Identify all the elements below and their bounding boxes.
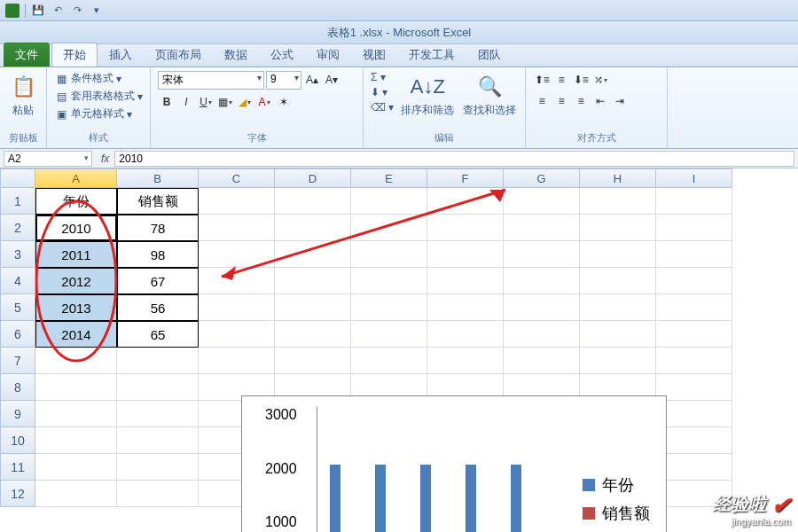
col-header-G[interactable]: G: [504, 168, 580, 188]
row-header-8[interactable]: 8: [0, 374, 35, 401]
cell-B11[interactable]: [117, 454, 199, 481]
cell-F3[interactable]: [427, 241, 504, 268]
font-color-button[interactable]: A: [255, 93, 273, 111]
cell-A10[interactable]: [35, 427, 117, 454]
tab-file[interactable]: 文件: [4, 43, 50, 66]
cell-A7[interactable]: [35, 348, 117, 374]
cell-E4[interactable]: [351, 268, 427, 294]
paste-button[interactable]: 📋 粘贴: [7, 71, 39, 120]
col-header-H[interactable]: H: [580, 168, 656, 188]
cell-B10[interactable]: [117, 427, 199, 454]
cell-B6[interactable]: 65: [117, 321, 199, 348]
cell-H2[interactable]: [580, 215, 656, 241]
cell-A3[interactable]: 2011: [35, 241, 117, 268]
cell-A5[interactable]: 2013: [35, 294, 117, 321]
cell-F4[interactable]: [427, 268, 504, 294]
cell-E1[interactable]: [351, 188, 427, 215]
cell-B1[interactable]: 销售额: [117, 188, 199, 215]
font-name-combo[interactable]: 宋体: [158, 71, 264, 90]
cell-D1[interactable]: [275, 188, 351, 215]
row-header-3[interactable]: 3: [0, 241, 35, 268]
row-header-11[interactable]: 11: [0, 454, 35, 481]
tab-formulas[interactable]: 公式: [259, 43, 305, 66]
cell-H5[interactable]: [580, 294, 656, 321]
align-center-icon[interactable]: ≡: [552, 92, 570, 110]
cell-C3[interactable]: [199, 241, 275, 268]
cell-I8[interactable]: [656, 374, 732, 401]
cell-A1[interactable]: 年份: [35, 188, 117, 215]
cell-A12[interactable]: [35, 481, 117, 507]
indent-dec-icon[interactable]: ⇤: [591, 92, 609, 110]
indent-inc-icon[interactable]: ⇥: [611, 92, 629, 110]
cell-I4[interactable]: [656, 268, 732, 294]
cell-G7[interactable]: [504, 348, 580, 374]
tab-review[interactable]: 审阅: [305, 43, 351, 66]
cell-C6[interactable]: [199, 321, 275, 348]
cell-C1[interactable]: [199, 188, 275, 215]
col-header-F[interactable]: F: [427, 168, 504, 188]
cell-F7[interactable]: [427, 348, 504, 374]
cell-H6[interactable]: [580, 321, 656, 348]
col-header-A[interactable]: A: [35, 168, 117, 188]
cell-A6[interactable]: 2014: [35, 321, 117, 348]
fx-icon[interactable]: fx: [96, 153, 114, 165]
sort-filter-button[interactable]: A↓Z 排序和筛选: [399, 71, 456, 120]
cell-E2[interactable]: [351, 215, 427, 241]
cell-I6[interactable]: [656, 321, 732, 348]
formula-input[interactable]: 2010: [114, 151, 794, 167]
cell-B8[interactable]: [117, 374, 199, 401]
row-header-1[interactable]: 1: [0, 188, 35, 215]
cell-B3[interactable]: 98: [117, 241, 199, 268]
cell-F1[interactable]: [427, 188, 504, 215]
redo-icon[interactable]: ↷: [70, 4, 84, 18]
cell-I9[interactable]: [656, 401, 732, 427]
cell-I11[interactable]: [656, 454, 732, 481]
underline-button[interactable]: U: [197, 93, 215, 111]
table-format-button[interactable]: ▤套用表格格式 ▾: [54, 89, 143, 104]
cell-H1[interactable]: [580, 188, 656, 215]
cell-B12[interactable]: [117, 481, 199, 507]
cell-I7[interactable]: [656, 348, 732, 374]
cell-D6[interactable]: [275, 321, 351, 348]
col-header-B[interactable]: B: [117, 168, 199, 188]
cell-G2[interactable]: [504, 215, 580, 241]
align-right-icon[interactable]: ≡: [572, 92, 590, 110]
cell-A4[interactable]: 2012: [35, 268, 117, 294]
shrink-font-icon[interactable]: A▾: [323, 71, 340, 89]
chart-object[interactable]: 3000200010000 12345 年份 销售额: [241, 395, 667, 532]
cell-I3[interactable]: [656, 241, 732, 268]
cell-A8[interactable]: [35, 374, 117, 401]
cell-G4[interactable]: [504, 268, 580, 294]
tab-dev[interactable]: 开发工具: [397, 43, 466, 66]
cell-C2[interactable]: [199, 215, 275, 241]
grow-font-icon[interactable]: A▴: [303, 71, 321, 89]
cell-C4[interactable]: [199, 268, 275, 294]
cell-F6[interactable]: [427, 321, 504, 348]
cell-G3[interactable]: [504, 241, 580, 268]
cell-D4[interactable]: [275, 268, 351, 294]
cell-B4[interactable]: 67: [117, 268, 199, 294]
cell-A2[interactable]: 2010: [35, 215, 117, 241]
cell-H3[interactable]: [580, 241, 656, 268]
cell-B9[interactable]: [117, 401, 199, 427]
cell-I10[interactable]: [656, 427, 732, 454]
cell-H4[interactable]: [580, 268, 656, 294]
row-header-9[interactable]: 9: [0, 401, 35, 427]
border-button[interactable]: ▦: [216, 93, 234, 111]
cell-B5[interactable]: 56: [117, 294, 199, 321]
tab-home[interactable]: 开始: [51, 43, 98, 66]
undo-icon[interactable]: ↶: [51, 4, 65, 18]
conditional-format-button[interactable]: ▦条件格式 ▾: [54, 71, 143, 86]
cell-G6[interactable]: [504, 321, 580, 348]
align-bottom-icon[interactable]: ⬇≡: [572, 71, 590, 89]
row-header-4[interactable]: 4: [0, 268, 35, 294]
cell-G1[interactable]: [504, 188, 580, 215]
cell-C5[interactable]: [199, 294, 275, 321]
cell-A11[interactable]: [35, 454, 117, 481]
col-header-I[interactable]: I: [656, 168, 732, 188]
cell-D3[interactable]: [275, 241, 351, 268]
cell-D7[interactable]: [275, 348, 351, 374]
find-select-button[interactable]: 🔍 查找和选择: [461, 71, 518, 120]
italic-button[interactable]: I: [177, 93, 195, 111]
cell-F2[interactable]: [427, 215, 504, 241]
